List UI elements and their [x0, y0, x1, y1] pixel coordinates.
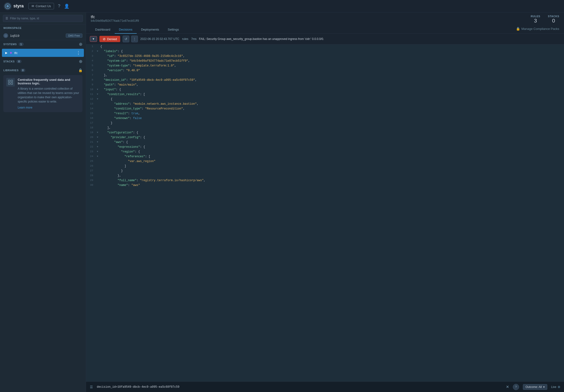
- workspace-name-area: ⬡ 1oj519: [3, 33, 19, 38]
- libraries-label: LIBRARIES: [3, 69, 19, 72]
- line-content: }: [99, 121, 564, 125]
- metrics-area: RULES 3 STACKS 0: [531, 15, 559, 24]
- tab-decisions[interactable]: Decisions: [115, 26, 137, 34]
- line-number: 6: [86, 68, 96, 72]
- line-number: 15: [86, 111, 96, 115]
- workspace-section: ⬡ 1oj519 DAS Free: [0, 31, 86, 40]
- add-stack-button[interactable]: ⊕: [79, 59, 83, 64]
- code-line: 7 },: [86, 73, 564, 78]
- line-toggle: [96, 44, 99, 45]
- code-line: 27 }: [86, 169, 564, 174]
- tab-deployments[interactable]: Deployments: [137, 26, 164, 34]
- system-item-tfc[interactable]: ▶ ✦ tfc ⋮: [2, 49, 84, 57]
- bottom-help-button[interactable]: ?: [513, 384, 519, 390]
- logo-icon: [4, 2, 12, 10]
- line-content: "expressions": {: [99, 145, 564, 149]
- line-number: 9: [86, 83, 96, 86]
- line-toggle[interactable]: ▼: [96, 130, 99, 134]
- line-content: "condition_type": "ResourcePrecondition"…: [99, 107, 564, 111]
- title-row: tfc b4c54e99af924774adc71e87ecb51ff9 RUL…: [91, 15, 559, 24]
- line-content: "condition_results": [: [99, 92, 564, 97]
- contact-us-button[interactable]: ✉ Contact Us: [28, 3, 54, 9]
- code-line: 17 }: [86, 121, 564, 126]
- workspace-icon: ⬡: [3, 33, 8, 38]
- more-options-button[interactable]: ⋮: [131, 36, 138, 42]
- denied-icon: ⊘: [103, 37, 106, 41]
- main-layout: ☰ Filter by name, type, id WORKSPACE ⬡ 1…: [0, 13, 564, 392]
- clear-filter-button[interactable]: ✕: [506, 385, 509, 389]
- top-header: styra ✉ Contact Us ? 👤: [0, 0, 564, 13]
- line-toggle: [96, 183, 99, 184]
- line-toggle[interactable]: ▼: [96, 92, 99, 96]
- line-toggle: [96, 178, 99, 179]
- line-toggle[interactable]: ▼: [96, 140, 99, 143]
- live-dot: [558, 386, 560, 388]
- tab-settings[interactable]: Settings: [164, 26, 183, 34]
- system-menu-icon[interactable]: ⋮: [76, 50, 81, 56]
- line-toggle: [96, 78, 99, 79]
- line-number: 2: [86, 49, 96, 53]
- code-line: 14 "condition_type": "ResourcePreconditi…: [86, 107, 564, 111]
- code-line: 11▼ "condition_results": [: [86, 92, 564, 97]
- code-line: 16 "unknown": false: [86, 116, 564, 121]
- decision-bar: ▼ ⊘ Denied ↺ ⋮ 2022-06-15 20:32:43.707 U…: [86, 34, 564, 44]
- outcome-select[interactable]: Outcome: All ▾: [523, 384, 547, 390]
- stacks-badge: 0: [16, 60, 22, 63]
- line-toggle: [96, 54, 99, 55]
- tab-dashboard[interactable]: Dashboard: [91, 26, 115, 34]
- code-line: 21▼ "aws": {: [86, 140, 564, 145]
- code-line: 6 "version": "0.40.0": [86, 68, 564, 73]
- sidebar: ☰ Filter by name, type, id WORKSPACE ⬡ 1…: [0, 13, 86, 392]
- line-number: 3: [86, 54, 96, 57]
- line-toggle: [96, 164, 99, 165]
- line-content: "configuration": {: [99, 130, 564, 135]
- logo-text: styra: [14, 4, 24, 9]
- line-number: 30: [86, 183, 96, 186]
- line-number: 28: [86, 174, 96, 177]
- add-system-button[interactable]: ⊕: [79, 42, 83, 46]
- library-desc: A library is a version controlled collec…: [18, 86, 80, 104]
- line-content: "aws": {: [99, 140, 564, 144]
- code-line: 22▼ "expressions": {: [86, 145, 564, 150]
- svg-rect-4: [8, 83, 10, 84]
- line-content: "references": [: [99, 154, 564, 159]
- denied-badge: ⊘ Denied: [99, 36, 120, 42]
- line-toggle[interactable]: ▼: [96, 97, 99, 100]
- page-subtitle: b4c54e99af924774adc71e87ecb51ff9: [91, 19, 139, 22]
- line-toggle[interactable]: ▼: [96, 154, 99, 158]
- manage-compliance-packs-button[interactable]: 🔒 Manage Compliance Packs: [516, 27, 559, 32]
- decision-timestamp: 2022-06-15 20:32:43.707 UTC: [140, 37, 179, 41]
- user-icon[interactable]: 👤: [64, 4, 69, 9]
- line-toggle[interactable]: ▼: [96, 145, 99, 148]
- line-content: ],: [99, 126, 564, 130]
- rules-value: 3: [531, 18, 540, 24]
- line-content: "region": {: [99, 150, 564, 154]
- line-content: "name": "aws": [99, 183, 564, 187]
- mail-icon: ✉: [31, 4, 34, 8]
- live-label: Live: [551, 385, 556, 389]
- rerun-button[interactable]: ↺: [123, 36, 129, 42]
- line-number: 24: [86, 154, 96, 158]
- line-toggle[interactable]: ▼: [96, 49, 99, 53]
- denied-label: Denied: [107, 37, 117, 41]
- code-panel[interactable]: 1 {2▼ "labels": {3 "id": "3c6527de-3256-…: [86, 44, 564, 381]
- stacks-label: STACKS: [3, 60, 14, 63]
- line-toggle[interactable]: ▼: [96, 135, 99, 139]
- filter-input[interactable]: ☰ Filter by name, type, id: [3, 15, 83, 22]
- line-toggle[interactable]: ▼: [96, 150, 99, 153]
- line-content: },: [99, 73, 564, 77]
- title-block: tfc b4c54e99af924774adc71e87ecb51ff9: [91, 15, 139, 22]
- manage-packs-label: Manage Compliance Packs: [522, 27, 559, 31]
- line-number: 5: [86, 64, 96, 67]
- code-line: 29 "full_name": "registry.terraform.io/h…: [86, 178, 564, 183]
- line-number: 26: [86, 164, 96, 167]
- help-icon[interactable]: ?: [58, 4, 60, 9]
- line-toggle[interactable]: ▼: [96, 87, 99, 91]
- decision-actions: ↺ ⋮: [123, 36, 138, 42]
- line-number: 21: [86, 140, 96, 143]
- library-icon: [6, 78, 15, 86]
- decision-id-filter: decision_id=10fa9549-dbcb-4ec9-a095-ea5c…: [97, 385, 502, 389]
- expand-decision-button[interactable]: ▼: [90, 36, 97, 42]
- learn-more-link[interactable]: Learn more: [18, 106, 32, 109]
- code-line: 18 ],: [86, 126, 564, 130]
